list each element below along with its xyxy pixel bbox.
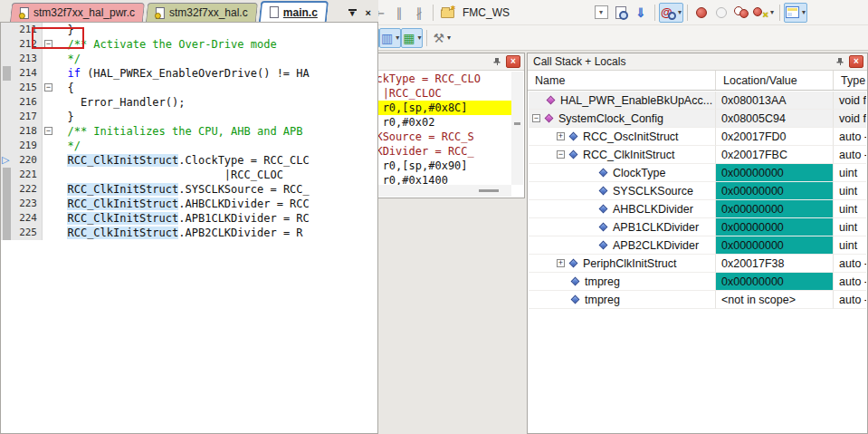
configure-tools-button[interactable]: ⚒▾ [431, 28, 453, 48]
line-number: 223 [13, 197, 42, 211]
line-number: 215 [13, 81, 42, 95]
code-line-222[interactable]: 222 RCC_ClkInitStruct.SYSCLKSource = RCC… [1, 182, 377, 197]
location-value-cell[interactable]: 0x00000000 [716, 164, 834, 182]
target-select-label: FMC_WS [457, 6, 515, 19]
tree-expander-icon[interactable]: − [557, 150, 565, 159]
location-value-cell[interactable]: 0x00000000 [716, 200, 834, 218]
location-value-cell[interactable]: 0x00000000 [716, 218, 834, 236]
change-bar [3, 66, 11, 81]
callstack-row-rcc-clkinitstruct[interactable]: −RCC_ClkInitStruct0x20017FBCauto - [529, 146, 866, 164]
callstack-row-sysclksource[interactable]: SYSCLKSource0x00000000uint [529, 182, 866, 200]
location-value-cell[interactable]: 0x00000000 [716, 273, 834, 291]
code-line-216[interactable]: 216 Error_Handler(); [1, 95, 377, 110]
location-value-cell[interactable]: 0x20017F38 [716, 255, 834, 273]
code-line-217[interactable]: 217 } [1, 110, 377, 124]
source-code-editor[interactable]: 211 }212− /** Activate the Over-Drive mo… [0, 22, 378, 434]
pin-icon[interactable] [491, 56, 503, 68]
type-cell: uint [834, 200, 866, 218]
editor-tab-bar: stm32f7xx_hal_pwr.cstm32f7xx_hal.cmain.c… [0, 0, 378, 22]
close-document-icon[interactable]: × [366, 7, 371, 18]
uncomment-button[interactable]: ∦ [409, 3, 429, 23]
find-next-button[interactable]: ⇓ [631, 3, 651, 23]
symbol-name: tmpreg [585, 294, 620, 306]
code-line-212[interactable]: 212− /** Activate the Over-Drive mode [1, 37, 377, 52]
code-line-214[interactable]: 214 if (HAL_PWREx_EnableOverDrive() != H… [1, 66, 377, 81]
location-value-cell[interactable]: 0x20017FBC [716, 146, 834, 164]
callstack-row-ahbclkdivider[interactable]: AHBCLKDivider0x00000000uint [529, 200, 866, 218]
window-layout-button[interactable]: ▾ [784, 3, 807, 23]
pin-icon[interactable] [834, 56, 846, 68]
callstack-row-clocktype[interactable]: ClockType0x00000000uint [529, 164, 866, 182]
document-list-icon[interactable]: ▼ [348, 9, 357, 17]
callstack-panel-title: Call Stack + Locals [533, 55, 834, 68]
code-line-213[interactable]: 213 */ [1, 52, 377, 66]
close-icon[interactable]: × [849, 55, 863, 68]
callstack-row-apb1clkdivider[interactable]: APB1CLKDivider0x00000000uint [529, 218, 866, 236]
system-viewer-button[interactable]: ▥▾ [379, 28, 401, 48]
tab-stm32f7xx-hal-c[interactable]: stm32f7xx_hal.c [146, 3, 258, 22]
type-cell: auto - [834, 291, 866, 309]
callstack-row-tmpreg[interactable]: tmpreg<not in scope>auto - [529, 291, 866, 309]
location-value-cell[interactable]: 0x08005C94 [716, 110, 834, 128]
find-in-files-button[interactable]: ▾ [659, 3, 683, 23]
callstack-row-hal-pwr-enablebkupacc[interactable]: HAL_PWR_EnableBkUpAcc...0x080013AAvoid f [529, 92, 866, 110]
disable-breakpoint-button[interactable] [711, 3, 731, 23]
tree-expander-icon[interactable]: − [532, 114, 540, 122]
symbol-name: HAL_PWR_EnableBkUpAcc... [560, 94, 712, 107]
close-icon[interactable]: × [506, 55, 520, 68]
code-line-221[interactable]: 221 |RCC_CLOC [1, 168, 377, 182]
fold-collapse-icon[interactable]: − [44, 40, 52, 48]
code-line-218[interactable]: 218− /** Initializes the CPU, AHB and AP… [1, 124, 377, 139]
callstack-row-tmpreg[interactable]: tmpreg0x00000000auto - [529, 273, 866, 291]
code-line-225[interactable]: 225 RCC_ClkInitStruct.APB2CLKDivider = R [1, 226, 377, 240]
location-value-column-label: Location/Value [716, 71, 834, 90]
line-number: 217 [13, 110, 42, 124]
tab-main-c[interactable]: main.c [259, 1, 329, 22]
disassembly-vertical-scrollbar[interactable] [511, 72, 523, 185]
code-line-219[interactable]: 219 */ [1, 139, 377, 153]
open-project-button[interactable] [437, 3, 457, 23]
toolbox-button[interactable]: ▦▾ [401, 28, 423, 48]
tab-stm32f7xx-hal-pwr-c[interactable]: stm32f7xx_hal_pwr.c [10, 3, 145, 22]
callstack-row-periphclkinitstruct[interactable]: +PeriphClkInitStruct0x20017F38auto - [529, 255, 866, 273]
disable-all-breakpoints-button[interactable] [731, 3, 751, 23]
symbol-name: PeriphClkInitStruct [583, 257, 677, 270]
location-value-cell[interactable]: 0x00000000 [716, 182, 834, 200]
kill-all-breakpoints-button[interactable]: ×▾ [751, 3, 776, 23]
location-value-cell[interactable]: 0x080013AA [716, 92, 834, 110]
callstack-row-systemclock-config[interactable]: −SystemClock_Config0x08005C94void f [529, 110, 866, 128]
code-line-223[interactable]: 223 RCC_ClkInitStruct.AHBCLKDivider = RC… [1, 197, 377, 211]
location-value-cell[interactable]: 0x20017FD0 [716, 128, 834, 146]
insert-breakpoint-button[interactable] [692, 3, 711, 23]
file-extensions-button[interactable] [611, 3, 631, 23]
symbol-name: ClockType [613, 167, 665, 179]
line-number: 224 [13, 211, 42, 226]
symbol-name: SystemClock_Config [558, 112, 663, 125]
type-cell: auto - [834, 128, 866, 146]
type-cell: auto - [834, 255, 866, 273]
code-line-224[interactable]: 224 RCC_ClkInitStruct.APB1CLKDivider = R… [1, 211, 377, 226]
variable-diamond-icon [569, 150, 578, 159]
tree-expander-icon[interactable]: + [557, 259, 565, 267]
fold-collapse-icon[interactable]: − [44, 83, 52, 92]
change-bar [3, 211, 11, 226]
fold-collapse-icon[interactable]: − [44, 127, 52, 135]
function-diamond-icon [547, 96, 556, 105]
line-number: 219 [13, 139, 42, 153]
code-line-211[interactable]: 211 } [1, 23, 377, 37]
comment-button[interactable]: ∥ [389, 3, 409, 23]
code-line-220[interactable]: ▷220 RCC_ClkInitStruct.ClockType = RCC_C… [1, 153, 377, 168]
name-column-label: Name [528, 71, 716, 90]
symbol-name: APB2CLKDivider [613, 239, 699, 252]
callstack-row-apb2clkdivider[interactable]: APB2CLKDivider0x00000000uint [529, 236, 866, 255]
location-value-cell[interactable]: <not in scope> [716, 291, 834, 309]
variable-diamond-icon [571, 277, 580, 286]
code-line-215[interactable]: 215− { [1, 81, 377, 95]
line-number: 213 [13, 52, 42, 66]
line-number: 216 [13, 95, 42, 110]
symbol-name: tmpreg [585, 275, 620, 288]
location-value-cell[interactable]: 0x00000000 [716, 236, 834, 255]
target-select-dropdown[interactable]: ▾ [591, 3, 611, 23]
tree-expander-icon[interactable]: + [557, 132, 565, 140]
callstack-row-rcc-oscinitstruct[interactable]: +RCC_OscInitStruct0x20017FD0auto - [529, 128, 866, 146]
